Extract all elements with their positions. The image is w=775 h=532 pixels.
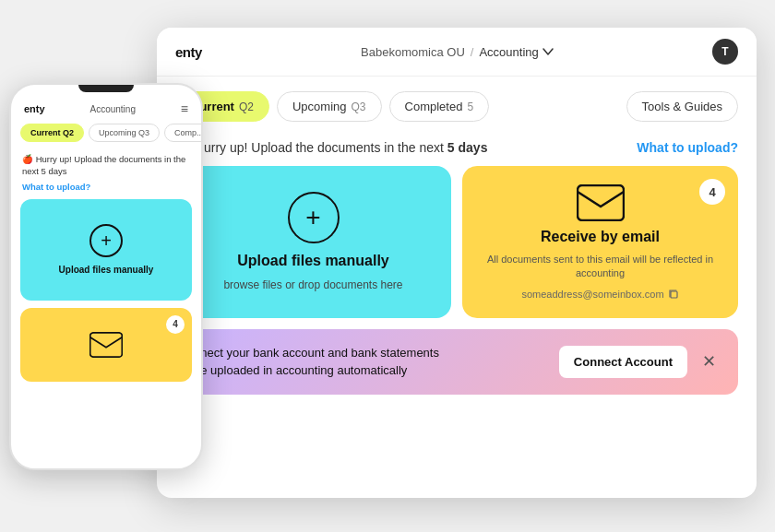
phone-what-to-upload[interactable]: What to upload? [11, 182, 201, 199]
breadcrumb: Babekomomica OU / Accounting [361, 45, 554, 59]
breadcrumb-separator: / [471, 45, 474, 59]
tab-tools[interactable]: Tools & Guides [626, 91, 738, 122]
phone-tab-upcoming[interactable]: Upcoming Q3 [89, 124, 160, 142]
connect-account-button[interactable]: Connect Account [559, 346, 687, 378]
desktop-window: enty Babekomomica OU / Accounting T Curr… [157, 28, 757, 498]
plus-icon: + [305, 205, 320, 231]
phone-urgency-icon: 🍎 [22, 154, 36, 164]
phone-email-badge: 4 [166, 315, 185, 334]
phone-plus-icon: + [101, 231, 112, 250]
close-banner-button[interactable]: ✕ [698, 348, 720, 375]
phone-upload-title: Upload files manually [59, 265, 154, 275]
svg-rect-1 [671, 291, 677, 298]
tabs-row: Current Q2 Upcoming Q3 Completed 5 Tools… [157, 77, 757, 133]
phone-menu-icon[interactable]: ≡ [181, 101, 188, 116]
breadcrumb-section[interactable]: Accounting [479, 45, 553, 59]
cards-row: + Upload files manually browse files or … [157, 166, 757, 318]
phone-upload-card[interactable]: + Upload files manually [20, 199, 192, 301]
connect-bank-banner: nnect your bank account and bank stateme… [175, 329, 738, 395]
svg-rect-0 [578, 185, 624, 220]
upload-card-subtitle: browse files or drop documents here [223, 278, 402, 291]
phone-header: enty Accounting ≡ [11, 96, 201, 120]
desktop-header: enty Babekomomica OU / Accounting T [157, 28, 757, 77]
copy-icon[interactable] [668, 289, 679, 300]
urgency-text: 🍎 Hurry up! Upload the documents in the … [175, 140, 487, 155]
email-card[interactable]: 4 Receive by email All documents sent to… [462, 166, 738, 318]
phone-email-card[interactable]: 4 [20, 308, 192, 382]
phone-breadcrumb: Accounting [89, 104, 135, 114]
envelope-icon [577, 184, 625, 221]
phone-notch [78, 85, 134, 92]
what-to-upload-link[interactable]: What to upload? [637, 140, 738, 155]
email-badge: 4 [699, 179, 725, 205]
phone-urgency: 🍎 Hurry up! Upload the documents in the … [11, 148, 201, 182]
chevron-down-icon [542, 46, 554, 57]
email-address: someaddress@someinbox.com [521, 289, 678, 300]
breadcrumb-company: Babekomomica OU [361, 45, 465, 59]
email-card-subtitle: All documents sent to this email will be… [481, 253, 720, 281]
tab-upcoming[interactable]: Upcoming Q3 [277, 91, 382, 122]
phone-logo: enty [24, 103, 45, 114]
urgency-banner: 🍎 Hurry up! Upload the documents in the … [157, 133, 757, 166]
upload-card-title: Upload files manually [237, 253, 388, 269]
phone-tab-current[interactable]: Current Q2 [20, 124, 84, 142]
mobile-phone: enty Accounting ≡ Current Q2 Upcoming Q3… [9, 83, 203, 470]
phone-upload-circle-icon: + [89, 224, 123, 257]
user-avatar[interactable]: T [712, 39, 738, 65]
phone-tabs: Current Q2 Upcoming Q3 Comp... [11, 120, 201, 148]
upload-circle-icon: + [288, 192, 340, 243]
tab-completed[interactable]: Completed 5 [389, 91, 490, 122]
upload-card[interactable]: + Upload files manually browse files or … [175, 166, 451, 318]
phone-envelope-icon [89, 332, 123, 358]
desktop-logo: enty [175, 44, 202, 60]
email-card-title: Receive by email [541, 229, 660, 245]
phone-tab-completed[interactable]: Comp... [164, 124, 201, 142]
connect-bank-text: nnect your bank account and bank stateme… [194, 344, 548, 380]
svg-rect-2 [90, 332, 123, 356]
